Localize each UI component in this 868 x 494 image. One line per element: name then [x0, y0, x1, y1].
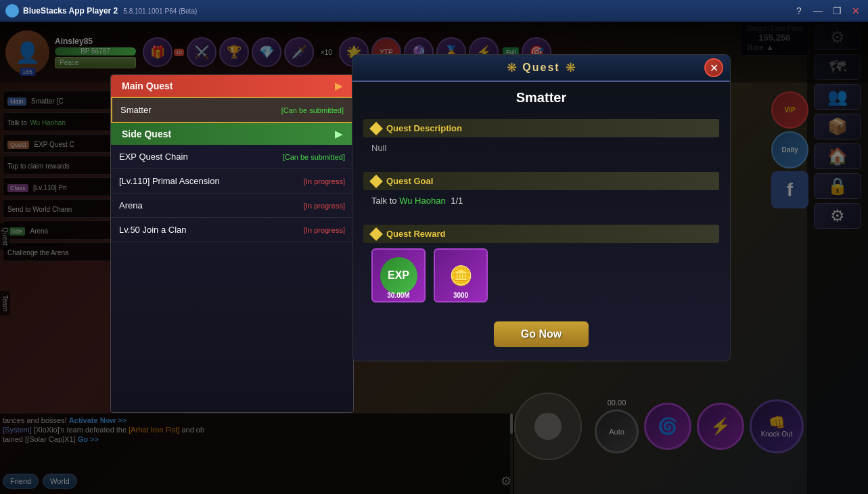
header-ornament-right: ❋ [566, 60, 576, 75]
coins-visual: 🪙 [449, 265, 473, 287]
side-quest-arena-name: Arena [119, 200, 143, 210]
quest-detail-panel: ❋ Quest ❋ ✕ Smatter Quest Description Nu… [352, 54, 731, 361]
side-quest-primal[interactable]: [Lv.110] Primal Ascension [In progress] [111, 169, 353, 194]
side-quest-primal-name: [Lv.110] Primal Ascension [119, 176, 220, 186]
quest-reward-header: Quest Reward [363, 225, 719, 243]
quest-detail-name: Smatter [352, 82, 730, 111]
side-quest-arena-status: [In progress] [304, 202, 345, 210]
window-controls: ? — ❐ ✕ [792, 5, 863, 16]
side-quest-clan[interactable]: Lv.50 Join a Clan [In progress] [111, 218, 353, 242]
quest-goal-label: Quest Goal [386, 176, 433, 186]
reward-exp-icon: EXP 30.00M [371, 248, 426, 302]
quest-close-button[interactable]: ✕ [704, 58, 723, 77]
side-quest-exp-status: [Can be submitted] [283, 153, 345, 161]
quest-goal-target: Wu Haohan [399, 196, 445, 206]
quest-description-section: Quest Description Null [352, 114, 730, 164]
app-logo [5, 4, 19, 18]
side-quest-primal-status: [In progress] [304, 177, 345, 185]
main-quest-tab[interactable]: Main Quest [111, 75, 353, 97]
exp-amount: 30.00M [387, 292, 409, 299]
minimize-button[interactable]: — [811, 5, 825, 16]
quest-reward-label: Quest Reward [386, 229, 445, 239]
quest-header: ❋ Quest ❋ ✕ [352, 55, 730, 82]
quest-reward-section: Quest Reward EXP 30.00M 🪙 3000 [352, 219, 730, 313]
side-quest-clan-status: [In progress] [304, 226, 345, 234]
reward-icons: EXP 30.00M 🪙 3000 [363, 243, 719, 308]
app-version: 5.8.101.1001 P64 (Beta) [123, 7, 197, 15]
header-ornament-left: ❋ [507, 60, 517, 75]
coins-amount: 3000 [453, 292, 468, 299]
side-quest-arena[interactable]: Arena [In progress] [111, 194, 353, 218]
app-title: BlueStacks App Player 2 [23, 6, 118, 16]
help-button[interactable]: ? [792, 5, 806, 16]
side-quest-exp[interactable]: EXP Quest Chain [Can be submitted] [111, 145, 353, 169]
quest-goal-progress: 1/1 [451, 196, 463, 206]
restore-button[interactable]: ❐ [830, 5, 844, 16]
quest-list-panel: Main Quest Smatter [Can be submitted] Si… [110, 74, 354, 413]
quest-description-body: Null [363, 137, 719, 158]
quest-smatter-name: Smatter [120, 105, 152, 115]
quest-description-label: Quest Description [386, 123, 462, 133]
side-quest-clan-name: Lv.50 Join a Clan [119, 225, 187, 235]
close-button[interactable]: ✕ [849, 5, 863, 16]
diamond-icon-desc [369, 122, 383, 135]
reward-coins-icon: 🪙 3000 [434, 248, 488, 302]
go-now-button[interactable]: Go Now [494, 321, 589, 347]
diamond-icon-goal [369, 175, 383, 188]
quest-goal-text: Talk to [371, 196, 397, 206]
quest-item-smatter[interactable]: Smatter [Can be submitted] [111, 97, 353, 123]
quest-smatter-status: [Can be submitted] [281, 106, 344, 114]
quest-goal-body: Talk to Wu Haohan 1/1 [363, 190, 719, 211]
side-quest-tab-label: Side Quest [122, 129, 171, 139]
side-quest-exp-name: EXP Quest Chain [119, 152, 188, 162]
exp-label: EXP [388, 269, 409, 282]
titlebar: BlueStacks App Player 2 5.8.101.1001 P64… [0, 0, 868, 22]
quest-description-header: Quest Description [363, 119, 719, 137]
side-quest-tab[interactable]: Side Quest [111, 123, 353, 145]
main-quest-tab-label: Main Quest [122, 81, 173, 91]
exp-circle: EXP [380, 257, 417, 294]
quest-goal-section: Quest Goal Talk to Wu Haohan 1/1 [352, 166, 730, 217]
quest-description-text: Null [371, 143, 386, 153]
quest-goal-header: Quest Goal [363, 172, 719, 190]
quest-header-title: Quest [522, 62, 559, 74]
diamond-icon-reward [369, 227, 383, 241]
